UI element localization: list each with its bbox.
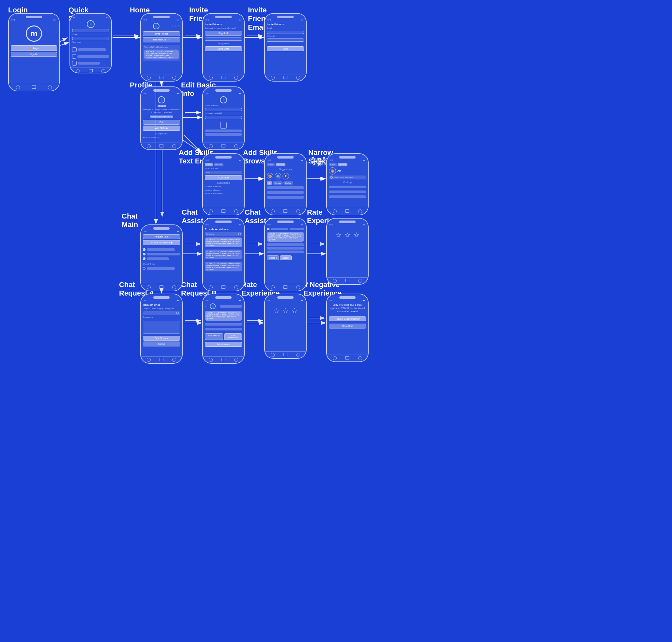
request-second-btn[interactable]: Request Second Opinion (329, 317, 366, 321)
nav-ab2[interactable] (284, 209, 287, 213)
invite-friends-btn-home[interactable]: Invite Friends (143, 31, 180, 36)
filter-cooking[interactable]: Cooking (284, 181, 293, 185)
decline-btn-cab[interactable]: Decline (267, 255, 279, 260)
close-chat-btn[interactable]: Close Chat (329, 324, 366, 329)
tab-enter-ab[interactable]: Enter (267, 163, 275, 166)
ns-item1[interactable] (329, 185, 366, 188)
nav-icon-qs2[interactable] (89, 69, 93, 73)
nav-pr3[interactable] (172, 144, 176, 148)
select-maven-btn[interactable]: Select Maven (205, 342, 242, 347)
req-chat-btn-cm[interactable]: Request Chat (143, 234, 180, 239)
send-email-btn[interactable]: Send Email (205, 46, 242, 51)
nav-cm1[interactable] (147, 285, 151, 290)
tab-browse[interactable]: Browse (214, 163, 223, 166)
nav-cab1[interactable] (271, 285, 275, 290)
back-arrow-crb[interactable]: ‹ (205, 305, 206, 308)
cra-search[interactable] (143, 311, 180, 315)
nav-inv2[interactable] (221, 76, 225, 79)
nav-ns1[interactable] (333, 209, 337, 213)
star2-re[interactable]: ☆ (344, 231, 351, 240)
tab-browse-ab[interactable]: Browse (276, 163, 285, 166)
nav-icon-qs3[interactable] (102, 69, 105, 73)
ns-search-placeholder[interactable]: Search Art Categories (334, 177, 353, 178)
nav-at1[interactable] (209, 209, 213, 213)
nav-cab3[interactable] (296, 285, 300, 290)
star3-re[interactable]: ☆ (353, 231, 360, 240)
nav-home3[interactable] (172, 76, 176, 80)
nav-home2[interactable] (159, 76, 164, 79)
edit-btn-pr[interactable]: Edit (143, 120, 180, 125)
cancel-btn-cra[interactable]: Cancel (143, 342, 180, 346)
cat-cook[interactable]: 🍳 (283, 173, 289, 179)
star2-re2[interactable]: ☆ (282, 307, 289, 315)
cat-art-ns[interactable]: 🎨 (329, 167, 336, 175)
accept-btn-cab[interactable]: Accept (280, 255, 291, 260)
post-request-btn[interactable]: Post Request (143, 336, 180, 341)
nav-ie3[interactable] (296, 76, 300, 80)
nav-eb1[interactable] (209, 144, 213, 148)
nav-ab3[interactable] (296, 209, 300, 213)
ns-item3[interactable] (329, 195, 366, 198)
cra-desc-input[interactable] (143, 321, 180, 334)
nav-in3[interactable] (358, 356, 362, 360)
name-field-qs[interactable] (72, 29, 109, 32)
filter-software[interactable]: Software (273, 181, 283, 185)
more-schools-btn[interactable]: More Schools (205, 333, 223, 340)
nav-cm2[interactable] (159, 285, 164, 289)
caa-search[interactable]: Category (205, 232, 242, 236)
tab-enter[interactable]: Enter (205, 163, 213, 166)
nav-eb2[interactable] (221, 144, 225, 147)
at-input[interactable]: Adb (206, 171, 241, 174)
category-input[interactable]: Category (206, 233, 237, 235)
ie-email-input[interactable] (267, 31, 304, 34)
nav-in2[interactable] (346, 356, 349, 359)
nav-re3[interactable] (358, 279, 362, 283)
eb-nick-input[interactable] (205, 116, 242, 119)
copy-link-btn[interactable]: Copy Link (205, 31, 242, 36)
at-search[interactable]: Adb (205, 171, 242, 174)
tab-enter-ns[interactable]: Enter (329, 163, 337, 166)
nav-re2-3[interactable] (296, 353, 300, 357)
nav-ab1[interactable] (271, 209, 275, 213)
nav-ie2[interactable] (284, 76, 287, 79)
nav-at3[interactable] (234, 209, 238, 213)
nav-crb1[interactable] (209, 358, 213, 362)
tab-browse-ns[interactable]: Browse (338, 163, 347, 166)
nav-pr1[interactable] (147, 144, 151, 148)
nav-cra1[interactable] (147, 358, 151, 362)
ab-item2[interactable] (267, 191, 304, 194)
nav-cra3[interactable] (172, 358, 176, 362)
nav-ns3[interactable] (358, 209, 362, 213)
nav-ns2[interactable] (346, 209, 349, 213)
nav-chat-icon[interactable] (16, 86, 20, 89)
add-skills-btn[interactable]: Add Skills ◉ (143, 126, 180, 131)
star1-re2[interactable]: ☆ (273, 307, 280, 315)
nav-icon-qs1[interactable] (76, 69, 80, 73)
nav-re2-2[interactable] (284, 353, 287, 356)
nav-caa1[interactable] (209, 285, 213, 290)
nav-caa3[interactable] (234, 285, 238, 290)
more-info-btn[interactable]: More information (224, 333, 242, 340)
ns-item2[interactable] (329, 191, 366, 193)
nav-home1[interactable] (147, 76, 151, 80)
nav-cra2[interactable] (159, 358, 164, 361)
star1-re[interactable]: ☆ (335, 231, 341, 240)
nav-eb3[interactable] (234, 144, 238, 148)
filter-all[interactable]: All (267, 181, 272, 185)
nick-field-qs[interactable] (72, 37, 109, 40)
request-chat-btn-home[interactable]: Request Chat ☆ (143, 37, 180, 42)
nav-re2-1[interactable] (271, 353, 275, 357)
signup-btn[interactable]: Sign Up (11, 52, 57, 57)
nav-home-icon[interactable] (32, 86, 36, 89)
provide-assist-btn-cm[interactable]: Provide Assistance ◉ (143, 240, 180, 245)
nav-re1[interactable] (333, 279, 337, 283)
nav-at2[interactable] (221, 209, 225, 213)
nav-cab2[interactable] (284, 285, 287, 289)
nav-profile-icon[interactable] (48, 86, 52, 89)
nav-ie1[interactable] (271, 76, 275, 80)
nav-pr2[interactable] (159, 144, 164, 147)
nav-cm3[interactable] (172, 285, 176, 290)
eb-name-input[interactable] (205, 108, 242, 111)
nav-crb3[interactable] (234, 358, 238, 362)
nav-crb2[interactable] (221, 358, 225, 361)
